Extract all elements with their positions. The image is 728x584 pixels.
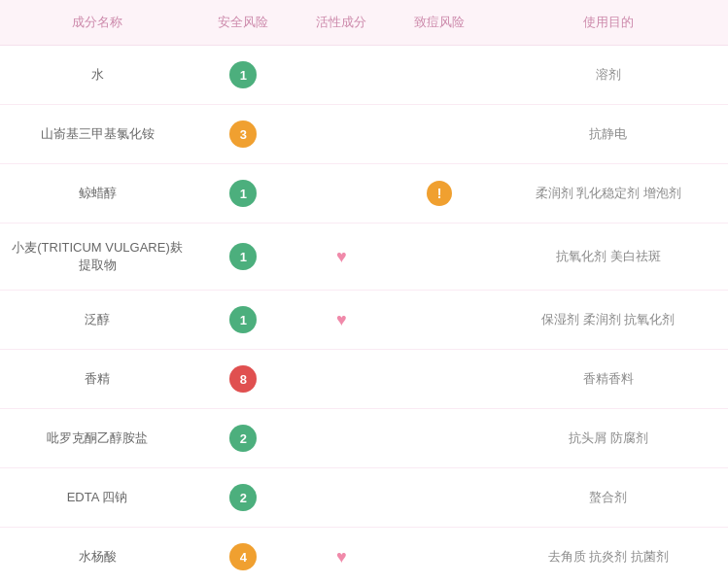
table-row: 水杨酸4♥去角质 抗炎剂 抗菌剂 xyxy=(0,528,728,585)
ingredient-purpose: 香精香料 xyxy=(488,350,728,409)
safety-score: 3 xyxy=(194,105,293,164)
active-indicator xyxy=(293,164,391,223)
warning-icon: ! xyxy=(427,181,452,206)
safety-score: 1 xyxy=(194,291,293,350)
ingredient-name: 泛醇 xyxy=(0,291,194,350)
table-row: EDTA 四钠2螯合剂 xyxy=(0,468,728,528)
col-header-acne: 致痘风险 xyxy=(391,0,489,46)
active-indicator xyxy=(293,46,391,105)
ingredient-purpose: 溶剂 xyxy=(488,46,728,105)
col-header-purpose: 使用目的 xyxy=(488,0,728,46)
acne-risk-indicator xyxy=(391,291,489,350)
col-header-safety: 安全风险 xyxy=(194,0,293,46)
safety-score: 1 xyxy=(194,46,293,105)
ingredient-name: 吡罗克酮乙醇胺盐 xyxy=(0,409,194,468)
ingredient-name: 鲸蜡醇 xyxy=(0,164,194,223)
ingredient-table: 成分名称 安全风险 活性成分 致痘风险 使用目的 水1溶剂山嵛基三甲基氯化铵3抗… xyxy=(0,0,728,584)
active-indicator: ♥ xyxy=(293,223,391,291)
ingredient-name: 小麦(TRITICUM VULGARE)麸提取物 xyxy=(0,223,194,291)
table-row: 山嵛基三甲基氯化铵3抗静电 xyxy=(0,105,728,164)
table-row: 小麦(TRITICUM VULGARE)麸提取物1♥抗氧化剂 美白祛斑 xyxy=(0,223,728,291)
acne-risk-indicator xyxy=(391,223,489,291)
ingredient-purpose: 螯合剂 xyxy=(488,468,728,528)
ingredient-purpose: 抗静电 xyxy=(488,105,728,164)
acne-risk-indicator: ! xyxy=(391,164,489,223)
table-header: 成分名称 安全风险 活性成分 致痘风险 使用目的 xyxy=(0,0,728,46)
active-indicator: ♥ xyxy=(293,528,391,585)
table-row: 香精8香精香料 xyxy=(0,350,728,409)
ingredient-purpose: 抗头屑 防腐剂 xyxy=(488,409,728,468)
active-indicator xyxy=(293,409,391,468)
active-indicator xyxy=(293,468,391,528)
acne-risk-indicator xyxy=(391,409,489,468)
active-indicator xyxy=(293,350,391,409)
acne-risk-indicator xyxy=(391,350,489,409)
ingredient-table-container: 成分名称 安全风险 活性成分 致痘风险 使用目的 水1溶剂山嵛基三甲基氯化铵3抗… xyxy=(0,0,728,584)
ingredient-name: 水杨酸 xyxy=(0,528,194,585)
table-row: 吡罗克酮乙醇胺盐2抗头屑 防腐剂 xyxy=(0,409,728,468)
safety-score: 4 xyxy=(194,528,293,585)
table-body: 水1溶剂山嵛基三甲基氯化铵3抗静电鲸蜡醇1!柔润剂 乳化稳定剂 增泡剂小麦(TR… xyxy=(0,46,728,585)
safety-score: 2 xyxy=(194,468,293,528)
ingredient-name: 水 xyxy=(0,46,194,105)
ingredient-purpose: 保湿剂 柔润剂 抗氧化剂 xyxy=(488,291,728,350)
heart-icon: ♥ xyxy=(336,247,347,266)
acne-risk-indicator xyxy=(391,528,489,585)
acne-risk-indicator xyxy=(391,46,489,105)
acne-risk-indicator xyxy=(391,105,489,164)
table-row: 水1溶剂 xyxy=(0,46,728,105)
col-header-active: 活性成分 xyxy=(293,0,391,46)
ingredient-name: 香精 xyxy=(0,350,194,409)
safety-score: 1 xyxy=(194,223,293,291)
ingredient-name: 山嵛基三甲基氯化铵 xyxy=(0,105,194,164)
active-indicator xyxy=(293,105,391,164)
heart-icon: ♥ xyxy=(336,310,347,329)
ingredient-name: EDTA 四钠 xyxy=(0,468,194,528)
ingredient-purpose: 去角质 抗炎剂 抗菌剂 xyxy=(488,528,728,585)
table-row: 鲸蜡醇1!柔润剂 乳化稳定剂 增泡剂 xyxy=(0,164,728,223)
safety-score: 2 xyxy=(194,409,293,468)
active-indicator: ♥ xyxy=(293,291,391,350)
ingredient-purpose: 抗氧化剂 美白祛斑 xyxy=(488,223,728,291)
ingredient-purpose: 柔润剂 乳化稳定剂 增泡剂 xyxy=(488,164,728,223)
safety-score: 8 xyxy=(194,350,293,409)
acne-risk-indicator xyxy=(391,468,489,528)
col-header-name: 成分名称 xyxy=(0,0,194,46)
heart-icon: ♥ xyxy=(336,547,347,567)
table-row: 泛醇1♥保湿剂 柔润剂 抗氧化剂 xyxy=(0,291,728,350)
safety-score: 1 xyxy=(194,164,293,223)
